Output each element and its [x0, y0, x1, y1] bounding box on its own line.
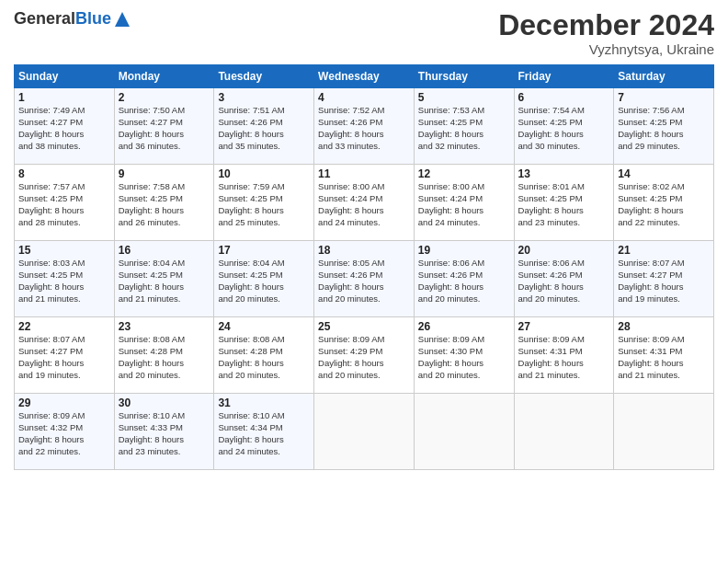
table-row: 7Sunrise: 7:56 AM Sunset: 4:25 PM Daylig… — [614, 88, 714, 165]
day-number: 9 — [119, 167, 210, 180]
title-block: December 2024 Vyzhnytsya, Ukraine — [498, 9, 714, 57]
day-number: 29 — [18, 396, 110, 409]
calendar-week-row: 15Sunrise: 8:03 AM Sunset: 4:25 PM Dayli… — [15, 241, 714, 317]
day-info: Sunrise: 8:02 AM Sunset: 4:25 PM Dayligh… — [618, 181, 710, 228]
table-row: 30Sunrise: 8:10 AM Sunset: 4:33 PM Dayli… — [114, 394, 214, 470]
day-number: 17 — [218, 244, 310, 257]
table-row: 5Sunrise: 7:53 AM Sunset: 4:25 PM Daylig… — [414, 88, 514, 165]
table-row: 22Sunrise: 8:07 AM Sunset: 4:27 PM Dayli… — [15, 317, 115, 394]
logo-blue: Blue — [75, 9, 111, 29]
day-info: Sunrise: 8:00 AM Sunset: 4:24 PM Dayligh… — [318, 181, 410, 228]
day-number: 27 — [518, 320, 610, 333]
day-info: Sunrise: 7:57 AM Sunset: 4:25 PM Dayligh… — [18, 181, 110, 228]
day-info: Sunrise: 8:08 AM Sunset: 4:28 PM Dayligh… — [119, 334, 210, 381]
calendar-body: 1Sunrise: 7:49 AM Sunset: 4:27 PM Daylig… — [15, 88, 714, 470]
col-friday: Friday — [514, 65, 614, 88]
day-info: Sunrise: 8:09 AM Sunset: 4:31 PM Dayligh… — [618, 334, 710, 381]
table-row: 11Sunrise: 8:00 AM Sunset: 4:24 PM Dayli… — [314, 165, 415, 241]
table-row: 25Sunrise: 8:09 AM Sunset: 4:29 PM Dayli… — [314, 317, 415, 394]
table-row: 23Sunrise: 8:08 AM Sunset: 4:28 PM Dayli… — [114, 317, 214, 394]
table-row: 16Sunrise: 8:04 AM Sunset: 4:25 PM Dayli… — [114, 241, 214, 317]
day-info: Sunrise: 8:00 AM Sunset: 4:24 PM Dayligh… — [418, 181, 510, 228]
day-number: 6 — [518, 91, 610, 104]
table-row: 21Sunrise: 8:07 AM Sunset: 4:27 PM Dayli… — [614, 241, 714, 317]
table-row: 10Sunrise: 7:59 AM Sunset: 4:25 PM Dayli… — [214, 165, 314, 241]
day-info: Sunrise: 8:09 AM Sunset: 4:30 PM Dayligh… — [418, 334, 510, 381]
day-number: 4 — [318, 91, 410, 104]
table-row: 17Sunrise: 8:04 AM Sunset: 4:25 PM Dayli… — [214, 241, 314, 317]
table-row: 1Sunrise: 7:49 AM Sunset: 4:27 PM Daylig… — [15, 88, 115, 165]
day-number: 7 — [618, 91, 710, 104]
col-sunday: Sunday — [15, 65, 115, 88]
day-info: Sunrise: 8:06 AM Sunset: 4:26 PM Dayligh… — [418, 258, 510, 304]
table-row: 19Sunrise: 8:06 AM Sunset: 4:26 PM Dayli… — [414, 241, 514, 317]
table-row: 18Sunrise: 8:05 AM Sunset: 4:26 PM Dayli… — [314, 241, 415, 317]
day-number: 13 — [518, 167, 610, 180]
day-number: 30 — [119, 396, 210, 409]
day-info: Sunrise: 8:07 AM Sunset: 4:27 PM Dayligh… — [18, 334, 110, 381]
table-row: 28Sunrise: 8:09 AM Sunset: 4:31 PM Dayli… — [614, 317, 714, 394]
day-info: Sunrise: 7:51 AM Sunset: 4:26 PM Dayligh… — [218, 105, 310, 152]
day-number: 24 — [218, 320, 310, 333]
col-monday: Monday — [114, 65, 214, 88]
day-info: Sunrise: 8:09 AM Sunset: 4:29 PM Dayligh… — [318, 334, 410, 381]
table-row: 4Sunrise: 7:52 AM Sunset: 4:26 PM Daylig… — [314, 88, 415, 165]
day-info: Sunrise: 7:58 AM Sunset: 4:25 PM Dayligh… — [119, 181, 210, 228]
day-number: 3 — [218, 91, 310, 104]
day-info: Sunrise: 8:07 AM Sunset: 4:27 PM Dayligh… — [618, 258, 710, 304]
table-row: 15Sunrise: 8:03 AM Sunset: 4:25 PM Dayli… — [15, 241, 115, 317]
day-number: 5 — [418, 91, 510, 104]
table-row — [514, 394, 614, 470]
day-number: 26 — [418, 320, 510, 333]
calendar-week-row: 1Sunrise: 7:49 AM Sunset: 4:27 PM Daylig… — [15, 88, 714, 165]
col-thursday: Thursday — [414, 65, 514, 88]
day-info: Sunrise: 8:09 AM Sunset: 4:32 PM Dayligh… — [18, 410, 110, 457]
table-row: 8Sunrise: 7:57 AM Sunset: 4:25 PM Daylig… — [15, 165, 115, 241]
day-number: 15 — [18, 244, 110, 257]
table-row: 9Sunrise: 7:58 AM Sunset: 4:25 PM Daylig… — [114, 165, 214, 241]
table-row: 27Sunrise: 8:09 AM Sunset: 4:31 PM Dayli… — [514, 317, 614, 394]
table-row: 12Sunrise: 8:00 AM Sunset: 4:24 PM Dayli… — [414, 165, 514, 241]
calendar-table: Sunday Monday Tuesday Wednesday Thursday… — [14, 64, 714, 470]
day-info: Sunrise: 7:53 AM Sunset: 4:25 PM Dayligh… — [418, 105, 510, 152]
logo-text: GeneralBlue — [14, 9, 131, 29]
calendar-week-row: 22Sunrise: 8:07 AM Sunset: 4:27 PM Dayli… — [15, 317, 714, 394]
table-row: 20Sunrise: 8:06 AM Sunset: 4:26 PM Dayli… — [514, 241, 614, 317]
day-info: Sunrise: 8:04 AM Sunset: 4:25 PM Dayligh… — [218, 258, 310, 304]
day-number: 28 — [618, 320, 710, 333]
calendar-header: Sunday Monday Tuesday Wednesday Thursday… — [15, 65, 714, 88]
table-row: 14Sunrise: 8:02 AM Sunset: 4:25 PM Dayli… — [614, 165, 714, 241]
day-number: 11 — [318, 167, 410, 180]
table-row: 13Sunrise: 8:01 AM Sunset: 4:25 PM Dayli… — [514, 165, 614, 241]
day-info: Sunrise: 8:01 AM Sunset: 4:25 PM Dayligh… — [518, 181, 610, 228]
day-info: Sunrise: 8:05 AM Sunset: 4:26 PM Dayligh… — [318, 258, 410, 304]
day-info: Sunrise: 7:54 AM Sunset: 4:25 PM Dayligh… — [518, 105, 610, 152]
day-number: 2 — [119, 91, 210, 104]
logo-icon — [113, 10, 131, 29]
day-info: Sunrise: 8:10 AM Sunset: 4:33 PM Dayligh… — [119, 410, 210, 457]
table-row: 6Sunrise: 7:54 AM Sunset: 4:25 PM Daylig… — [514, 88, 614, 165]
month-title: December 2024 — [498, 9, 714, 41]
day-info: Sunrise: 7:56 AM Sunset: 4:25 PM Dayligh… — [618, 105, 710, 152]
logo: GeneralBlue — [14, 9, 131, 29]
day-info: Sunrise: 8:10 AM Sunset: 4:34 PM Dayligh… — [218, 410, 310, 457]
header: GeneralBlue December 2024 Vyzhnytsya, Uk… — [14, 9, 714, 57]
calendar-week-row: 29Sunrise: 8:09 AM Sunset: 4:32 PM Dayli… — [15, 394, 714, 470]
day-info: Sunrise: 8:08 AM Sunset: 4:28 PM Dayligh… — [218, 334, 310, 381]
day-info: Sunrise: 8:06 AM Sunset: 4:26 PM Dayligh… — [518, 258, 610, 304]
calendar-week-row: 8Sunrise: 7:57 AM Sunset: 4:25 PM Daylig… — [15, 165, 714, 241]
day-number: 16 — [119, 244, 210, 257]
day-info: Sunrise: 7:49 AM Sunset: 4:27 PM Dayligh… — [18, 105, 110, 152]
day-number: 8 — [18, 167, 110, 180]
day-info: Sunrise: 8:09 AM Sunset: 4:31 PM Dayligh… — [518, 334, 610, 381]
day-number: 10 — [218, 167, 310, 180]
table-row — [614, 394, 714, 470]
location-title: Vyzhnytsya, Ukraine — [498, 41, 714, 57]
col-wednesday: Wednesday — [314, 65, 415, 88]
col-tuesday: Tuesday — [214, 65, 314, 88]
table-row: 31Sunrise: 8:10 AM Sunset: 4:34 PM Dayli… — [214, 394, 314, 470]
day-info: Sunrise: 7:59 AM Sunset: 4:25 PM Dayligh… — [218, 181, 310, 228]
svg-marker-0 — [115, 12, 130, 27]
day-info: Sunrise: 8:03 AM Sunset: 4:25 PM Dayligh… — [18, 258, 110, 304]
day-number: 20 — [518, 244, 610, 257]
